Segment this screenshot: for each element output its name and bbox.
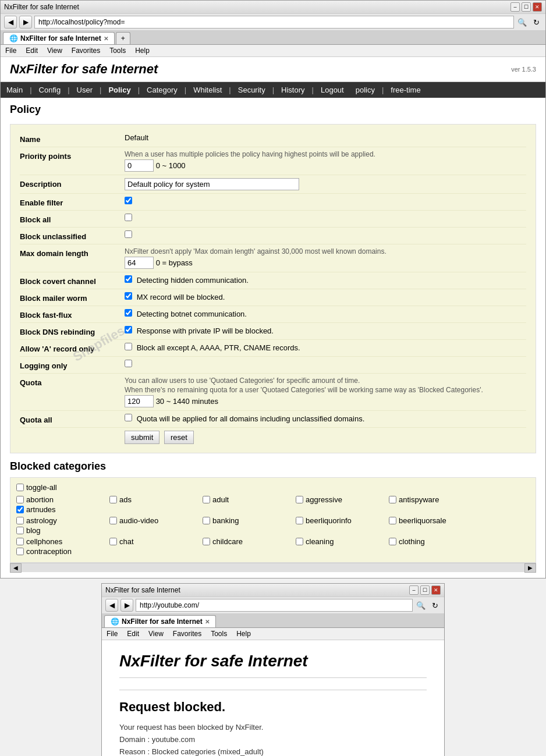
scroll-left-btn[interactable]: ◀ [10,563,22,573]
nav-main[interactable]: Main [1,82,29,98]
nav-policy[interactable]: Policy [102,82,136,98]
menu-help-2[interactable]: Help [236,630,251,638]
tab-close-1[interactable]: ✕ [104,36,108,42]
cat-abortion-cb[interactable] [16,496,24,503]
quota-input[interactable] [125,395,154,407]
quota-all-checkbox[interactable] [125,414,132,421]
nav-history[interactable]: History [275,82,310,98]
nav-user[interactable]: User [71,82,98,98]
nav-config[interactable]: Config [33,82,67,98]
cat-ads-cb[interactable] [109,496,117,503]
cat-artnudes-cb[interactable] [16,506,24,513]
blocked-heading: Request blocked. [119,700,427,715]
tab-nxfilter-1[interactable]: 🌐 NxFilter for safe Internet ✕ [3,32,115,44]
blocked-categories-title: Blocked categories [10,460,536,473]
menu-tools-2[interactable]: Tools [211,630,227,638]
allow-a-checkbox[interactable] [125,343,132,350]
priority-input[interactable] [125,159,154,172]
close-button[interactable]: ✕ [533,2,542,12]
back-button[interactable]: ◀ [4,16,17,29]
tab-new[interactable]: + [116,32,130,44]
cat-beerliquorsale-cb[interactable] [389,517,396,524]
scroll-right-btn[interactable]: ▶ [524,563,536,573]
cat-audio-video-cb[interactable] [109,517,117,524]
cat-cellphones-cb[interactable] [16,538,24,545]
cat-astrology-cb[interactable] [16,517,24,524]
value-logging [125,360,526,369]
search-icon[interactable]: 🔍 [516,16,528,28]
block-unclassified-checkbox[interactable] [125,230,132,238]
refresh-icon[interactable]: ↻ [530,16,542,28]
cat-antispyware-cb[interactable] [389,496,396,503]
cat-adult-cb[interactable] [203,496,210,503]
block-covert-desc: Detecting hidden communication. [137,276,249,285]
back-button-2[interactable]: ◀ [105,599,118,612]
nav-category[interactable]: Category [141,82,183,98]
search-icon-2[interactable]: 🔍 [415,599,427,611]
description-input[interactable] [125,178,299,190]
close-button-2[interactable]: ✕ [431,585,441,595]
cat-banking-cb[interactable] [203,517,210,524]
minimize-button-2[interactable]: – [409,585,419,595]
cat-row-3: cellphones chat childcare cleaning [15,537,531,556]
maximize-button-2[interactable]: ☐ [420,585,430,595]
nav-security[interactable]: Security [232,82,271,98]
cat-cellphones: cellphones [15,537,108,546]
address-bar-2[interactable] [136,599,413,612]
policy-form: Name Default Priority points When a user… [10,124,536,453]
block-dns-checkbox[interactable] [125,326,132,333]
nav-whitelist[interactable]: Whitelist [187,82,228,98]
menu-file-1[interactable]: File [5,47,16,55]
enable-filter-checkbox[interactable] [125,197,132,204]
forward-button[interactable]: ▶ [19,16,32,29]
toggle-all-checkbox[interactable] [16,484,24,491]
refresh-icon-2[interactable]: ↻ [429,599,441,611]
nav-sub-freetime[interactable]: free-time [385,82,426,98]
cat-chat: chat [108,537,201,546]
cat-blog-cb[interactable] [16,527,24,534]
nav-sub-policy[interactable]: policy [350,82,381,98]
cat-cleaning-cb[interactable] [296,538,303,545]
cat-contraception-cb[interactable] [16,548,24,555]
scrollbar-x-track[interactable] [22,565,524,572]
cat-chat-cb[interactable] [109,538,117,545]
menu-bar-2: File Edit View Favorites Tools Help [102,628,444,640]
forward-button-2[interactable]: ▶ [120,599,133,612]
cat-childcare-cb[interactable] [203,538,210,545]
block-covert-checkbox[interactable] [125,275,132,283]
block-fastflux-checkbox[interactable] [125,309,132,317]
cat-aggressive-cb[interactable] [296,496,303,503]
cat-clothing-cb[interactable] [389,538,396,545]
menu-edit-1[interactable]: Edit [26,47,38,55]
address-bar-1[interactable] [34,16,514,29]
max-domain-input[interactable] [125,257,154,269]
tab-bar-2: 🌐 NxFilter for safe Internet ✕ [102,614,444,628]
menu-help-1[interactable]: Help [135,47,150,55]
reset-button[interactable]: reset [164,431,194,444]
cat-aggressive: aggressive [295,495,388,505]
field-quota: Quota You can allow users to use 'Quotae… [20,374,526,411]
menu-favorites-1[interactable]: Favorites [72,47,100,55]
scrollbar-x[interactable]: ◀ ▶ [10,563,536,572]
menu-file-2[interactable]: File [107,630,118,638]
tab-close-2[interactable]: ✕ [205,619,210,625]
maximize-button[interactable]: ☐ [522,2,531,12]
cat-beerliquorinfo-cb[interactable] [296,517,303,524]
menu-tools-1[interactable]: Tools [109,47,126,55]
menu-view-2[interactable]: View [148,630,164,638]
logging-checkbox[interactable] [125,360,132,367]
block-all-checkbox[interactable] [125,214,132,221]
cat-audio-video-label: audio-video [119,516,158,525]
priority-hint: When a user has multiple policies the po… [125,150,526,158]
menu-favorites-2[interactable]: Favorites [173,630,201,638]
blocked-reason: Reason : Blocked categories (mixed_adult… [119,746,427,756]
tab-nxfilter-2[interactable]: 🌐 NxFilter for safe Internet ✕ [104,615,216,627]
block-mailer-checkbox[interactable] [125,292,132,300]
submit-button[interactable]: submit [125,431,159,444]
nav-logout[interactable]: Logout [315,82,350,98]
menu-edit-2[interactable]: Edit [127,630,139,638]
blocked-content: NxFilter for safe Internet Request block… [102,640,444,756]
menu-view-1[interactable]: View [47,47,62,55]
minimize-button[interactable]: – [510,2,520,12]
label-block-all: Block all [20,214,125,224]
